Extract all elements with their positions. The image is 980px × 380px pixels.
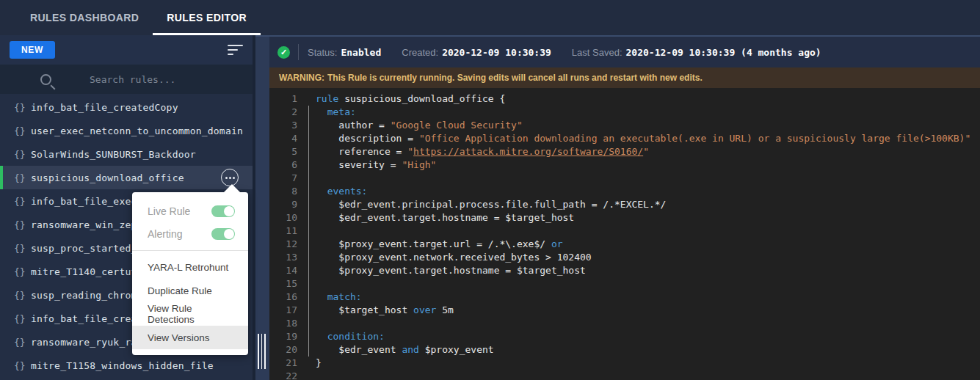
code-token: " [643, 146, 649, 157]
code-token [316, 291, 327, 302]
tab-rules-editor[interactable]: RULES EDITOR [153, 0, 261, 35]
braces-icon: {} [14, 360, 31, 371]
code-text: meta: [297, 106, 356, 119]
indent-guide [308, 106, 309, 357]
code-token: reference = [316, 146, 407, 157]
line-number: 6 [269, 158, 297, 172]
braces-icon: {} [14, 337, 31, 348]
line-number: 3 [269, 119, 297, 132]
enabled-check-icon: ✓ [277, 46, 290, 59]
rule-name: suspicious_download_office [31, 172, 184, 183]
rule-name: ransomware_win_zep [31, 219, 137, 230]
code-token: https://attack.mitre.org/software/S0160/ [413, 146, 643, 157]
panel-divider [255, 35, 269, 380]
rule-list-item[interactable]: {}SolarWinds_SUNBURST_Backdoor [0, 142, 253, 166]
warning-text: This Rule is currently running. Saving e… [327, 73, 703, 83]
more-dot [225, 177, 228, 179]
rule-editor-pane: ✓ Status: Enabled Created: 2020-12-09 10… [269, 35, 980, 380]
line-number: 1 [269, 92, 297, 106]
rule-name: info_bat_file_createdCopy [31, 102, 178, 113]
code-text: $edr_event and $proxy_event [297, 343, 494, 357]
toggle-switch-on[interactable] [211, 228, 235, 240]
code-token: $edr_event.principal.process.file.full_p… [316, 199, 666, 210]
code-token: "Google Cloud Security" [391, 120, 523, 131]
yara-l-code-editor[interactable]: 1rule suspicious_download_office {2 meta… [269, 88, 980, 380]
resize-handle[interactable] [258, 334, 266, 369]
code-line: 21} [269, 357, 980, 370]
search-icon [40, 74, 51, 85]
toggle-label: Alerting [148, 228, 182, 240]
code-text: $proxy_event.target.hostname = $target_h… [297, 264, 586, 277]
line-number: 17 [269, 304, 297, 317]
last-saved-field: Last Saved: 2020-12-09 10:30:39 (4 month… [572, 47, 821, 58]
code-text [297, 370, 316, 380]
rule-context-menu: Live RuleAlertingYARA-L RetrohuntDuplica… [132, 192, 248, 355]
rule-name: info_bat_file_crea [31, 313, 137, 324]
code-token: $edr_event.target.hostname = $target_hos… [316, 212, 574, 223]
code-line: 7 [269, 172, 980, 185]
rule-list-item[interactable]: {}info_bat_file_createdCopy [0, 95, 253, 119]
line-number: 10 [269, 211, 297, 224]
last-saved-label: Last Saved: [572, 47, 623, 58]
code-token: 5m [436, 304, 453, 315]
line-number: 2 [269, 106, 297, 119]
last-saved-value: 2020-12-09 10:30:39 (4 months ago) [626, 47, 821, 58]
code-line: 22 [269, 370, 980, 380]
braces-icon: {} [14, 266, 31, 277]
code-token [316, 186, 327, 197]
more-dot [233, 177, 235, 179]
status-field: Status: Enabled [308, 47, 381, 58]
code-token: and [402, 344, 418, 355]
code-lines: 1rule suspicious_download_office {2 meta… [269, 92, 980, 380]
code-token: over [413, 304, 436, 315]
rule-status-bar: ✓ Status: Enabled Created: 2020-12-09 10… [269, 37, 980, 67]
sidebar-toolbar: NEW [0, 35, 253, 65]
rule-list-item[interactable]: {}mitre_T1158_windows_hidden_file [0, 354, 253, 377]
rule-list-item[interactable]: {}user_exec_netconn_to_uncommon_domain [0, 119, 253, 142]
toggle-switch-on[interactable] [211, 205, 235, 217]
code-token: " [407, 146, 413, 157]
line-number: 7 [269, 172, 297, 185]
braces-icon: {} [14, 125, 31, 136]
code-text: severity = "High" [297, 158, 436, 172]
code-text: rule suspicious_download_office { [297, 92, 505, 106]
context-menu-item[interactable]: YARA-L Retrohunt [132, 255, 248, 279]
sort-filter-icon[interactable] [228, 45, 244, 55]
context-menu-item[interactable]: Duplicate Rule [132, 279, 248, 302]
code-line: 9 $edr_event.principal.process.file.full… [269, 198, 980, 211]
tab-rules-dashboard[interactable]: RULES DASHBOARD [16, 0, 153, 35]
warning-prefix: WARNING: [279, 73, 324, 83]
new-rule-button[interactable]: NEW [10, 41, 55, 59]
code-text: $edr_event.principal.process.file.full_p… [297, 198, 666, 211]
braces-icon: {} [14, 172, 31, 183]
search-bar [0, 65, 253, 94]
context-menu-item[interactable]: View Rule Detections [132, 302, 248, 326]
code-token [316, 106, 327, 117]
rule-name: mitre_T1158_windows_hidden_file [31, 360, 214, 371]
status-divider [298, 44, 299, 60]
code-token: suspicious_download_office { [338, 93, 505, 104]
code-line: 13 $proxy_event.network.received_bytes >… [269, 251, 980, 264]
line-number: 8 [269, 185, 297, 198]
braces-icon: {} [14, 290, 31, 301]
line-number: 11 [269, 224, 297, 238]
code-token: "High" [402, 159, 436, 170]
code-token: $target_host [316, 304, 413, 315]
code-line: 11 [269, 224, 980, 238]
line-number: 5 [269, 145, 297, 158]
code-line: 4 description = "Office Application down… [269, 132, 980, 145]
search-rules-input[interactable] [90, 74, 253, 85]
code-text [297, 172, 316, 185]
context-menu-item[interactable]: View Versions [132, 326, 248, 349]
line-number: 22 [269, 370, 297, 380]
context-menu-toggle-row: Alerting [132, 222, 248, 245]
code-text [297, 317, 316, 330]
code-text: reference = "https://attack.mitre.org/so… [297, 145, 649, 158]
toggle-label: Live Rule [148, 205, 190, 217]
line-number: 20 [269, 343, 297, 357]
rule-list-item[interactable]: {}suspicious_download_office [0, 166, 253, 189]
code-line: 1rule suspicious_download_office { [269, 92, 980, 106]
code-token: match: [327, 291, 362, 302]
code-token: severity = [316, 159, 402, 170]
rule-name: info_bat_file_exec [31, 196, 137, 207]
